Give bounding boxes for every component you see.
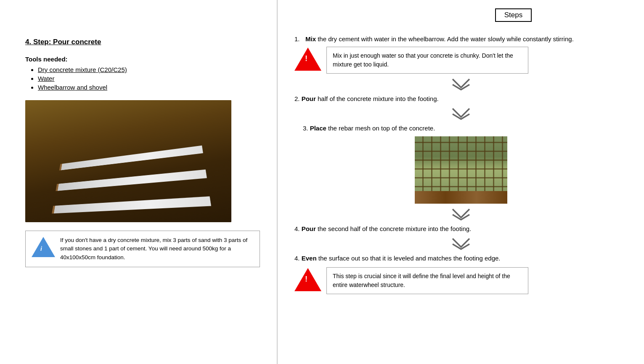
chevron-icon-3 bbox=[451, 207, 472, 222]
list-item: Water bbox=[38, 75, 260, 82]
warning-icon-2 bbox=[294, 268, 321, 291]
step-title: 4. Step: Pour concrete bbox=[25, 38, 260, 46]
warning-row-2: This step is crucial since it will defin… bbox=[294, 267, 627, 294]
info-text: If you don't have a dry concrete mixture… bbox=[60, 236, 254, 262]
chevron-icon-1 bbox=[451, 77, 472, 92]
step-2-detail: half of the concrete mixture into the fo… bbox=[316, 95, 439, 102]
arrow-3 bbox=[294, 207, 627, 222]
warning-box-2: This step is crucial since it will defin… bbox=[326, 267, 528, 294]
step-2-number: 2. bbox=[294, 95, 300, 102]
chevron-icon-2 bbox=[451, 106, 472, 121]
step-4: 4. Pour the second half of the concrete … bbox=[294, 224, 627, 234]
warning-text-2: This step is crucial since it will defin… bbox=[333, 273, 510, 288]
water-link: Water bbox=[38, 75, 54, 82]
rebar-image bbox=[415, 136, 507, 204]
arrow-4 bbox=[294, 236, 627, 251]
right-panel: Steps 1. Mix the dry cement with water i… bbox=[278, 0, 644, 364]
tool-text: and bbox=[75, 84, 89, 91]
tool-underline: concrete mixture bbox=[50, 66, 96, 73]
step-5-bold: Even bbox=[302, 255, 317, 262]
step-5-number: 4. bbox=[294, 255, 300, 262]
wheelbarrow-link: Wheelbarrow bbox=[38, 84, 75, 91]
list-item: Wheelbarrow and shovel bbox=[38, 84, 260, 91]
step-3-bold: Place bbox=[310, 125, 326, 132]
footing-lines-decoration bbox=[52, 141, 231, 213]
step-1-detail: the dry cement with water in the wheelba… bbox=[316, 35, 574, 43]
list-item: Dry concrete mixture (C20/C25) bbox=[38, 66, 260, 73]
tools-heading: Tools needed: bbox=[25, 56, 260, 63]
chevron-icon-4 bbox=[451, 236, 472, 251]
warning-text-1: Mix in just enough water so that your co… bbox=[333, 52, 513, 68]
step-1-number: 1. bbox=[294, 35, 303, 43]
arrow-2 bbox=[294, 106, 627, 121]
step-3-number: 3. bbox=[303, 125, 308, 132]
footing-line-1 bbox=[59, 146, 203, 170]
shovel-link: shovel bbox=[89, 84, 107, 91]
step-4-detail: the second half of the concrete mixture … bbox=[316, 225, 471, 232]
footing-line-2 bbox=[56, 170, 207, 191]
warning-row-1: Mix in just enough water so that your co… bbox=[294, 47, 627, 74]
step-2-bold: Pour bbox=[302, 95, 316, 102]
footing-line-3 bbox=[52, 197, 211, 214]
step-5-detail: the surface out so that it is leveled an… bbox=[317, 255, 501, 262]
step-1: 1. Mix the dry cement with water in the … bbox=[294, 35, 627, 43]
steps-title: Steps bbox=[495, 8, 532, 22]
step-3-detail: the rebar mesh on top of the concrete. bbox=[326, 125, 435, 132]
step-4-bold: Pour bbox=[302, 225, 316, 232]
warning-box-1: Mix in just enough water so that your co… bbox=[326, 47, 528, 74]
arrow-1 bbox=[294, 77, 627, 92]
info-box-blue: If you don't have a dry concrete mixture… bbox=[25, 231, 260, 267]
step-3: 3. Place the rebar mesh on top of the co… bbox=[303, 124, 627, 133]
step-4-number: 4. bbox=[294, 225, 300, 232]
step-1-bold: Mix bbox=[305, 35, 316, 43]
tools-list: Dry concrete mixture (C20/C25) Water Whe… bbox=[25, 66, 260, 91]
tool-text: Dry concrete mixture (C20/C25) bbox=[38, 66, 127, 73]
info-icon bbox=[32, 237, 55, 257]
warning-icon-1 bbox=[294, 48, 321, 71]
step-2: 2. Pour half of the concrete mixture int… bbox=[294, 94, 627, 104]
footing-image bbox=[25, 100, 231, 222]
step-5: 4. Even the surface out so that it is le… bbox=[294, 254, 627, 263]
step-1-text: Mix the dry cement with water in the whe… bbox=[305, 35, 574, 43]
left-panel: 4. Step: Pour concrete Tools needed: Dry… bbox=[0, 0, 278, 364]
